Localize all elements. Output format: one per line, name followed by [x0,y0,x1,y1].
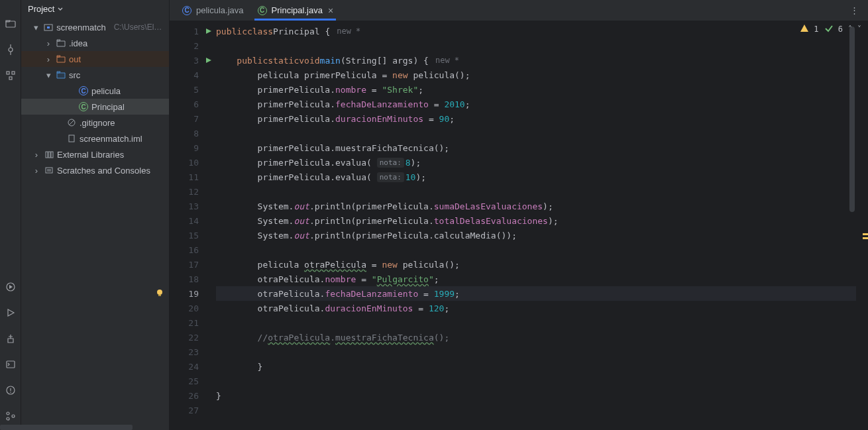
line-number[interactable]: 26 [170,388,211,403]
svg-rect-31 [158,295,161,296]
line-number[interactable]: 6 [170,97,211,111]
line-number[interactable]: 20 [170,301,211,315]
left-tool-rail [0,0,21,430]
tree-label: .idea [69,38,87,48]
run-icon[interactable] [5,282,16,294]
svg-rect-5 [12,72,15,74]
editor-area[interactable]: 1 6 ˄ ˅ 1 2 3 4 5 6 7 8 9 10 11 12 13 14… [170,21,868,430]
project-header[interactable]: Project [21,0,169,18]
structure-icon[interactable] [5,70,16,83]
tree-item-pelicula[interactable]: › C pelicula [21,83,169,99]
tree-item-extlibs[interactable]: › External Libraries [21,146,169,162]
line-number[interactable]: 14 [170,213,211,228]
line-number[interactable]: 4 [170,68,211,82]
chevron-down-icon [57,6,64,13]
intention-bulb-icon[interactable] [155,288,164,299]
commit-icon[interactable] [5,44,16,57]
chevron-down-icon[interactable]: ˅ [857,25,861,34]
tree-item-idea[interactable]: › .idea [21,35,169,51]
line-number[interactable]: 13 [170,199,211,213]
folder-icon [56,38,66,48]
tab-menu-button[interactable]: ⋮ [841,0,868,21]
warning-marker[interactable] [863,233,868,235]
scrollbar-vertical[interactable] [849,27,855,212]
scratch-icon [44,165,54,176]
svg-point-15 [7,417,9,420]
svg-point-16 [12,415,15,417]
class-main-icon: C [78,101,89,112]
tab-principal[interactable]: C Principal.java × [250,0,341,21]
class-icon: C [78,85,89,96]
ok-indicator[interactable]: 6 [824,24,843,34]
tree-label: External Libraries [57,150,124,160]
scrollbar-horizontal[interactable] [0,425,133,430]
line-number[interactable]: 21 [170,315,211,330]
warning-indicator[interactable]: 1 [800,24,818,34]
error-stripe[interactable] [856,21,868,430]
ignore-icon [66,117,77,128]
tree-item-iml[interactable]: › screenmatch.iml [21,131,169,146]
chevron-down-icon: ▾ [44,70,53,80]
tab-pelicula[interactable]: C pelicula.java [175,0,250,21]
line-number[interactable]: 3 [170,53,211,68]
tree-item-gitignore[interactable]: › .gitignore [21,115,169,131]
line-number[interactable]: 2 [170,38,211,53]
svg-point-30 [157,290,162,295]
line-number[interactable]: 25 [170,374,211,388]
terminal-icon[interactable] [5,359,16,372]
line-number[interactable]: 11 [170,170,211,184]
problems-icon[interactable] [5,385,16,398]
line-number[interactable]: 12 [170,184,211,199]
tree-item-scratches[interactable]: › Scratches and Consoles [21,162,169,178]
line-number[interactable]: 24 [170,359,211,374]
line-number[interactable]: 19 [170,286,211,301]
line-number[interactable]: 15 [170,228,211,242]
tree-label: out [69,54,81,64]
vcs-icon[interactable] [5,411,16,423]
svg-rect-10 [7,361,15,368]
tree-label: Principal [91,102,125,112]
play-icon[interactable] [5,307,16,320]
class-icon: C [182,5,192,16]
line-number[interactable]: 5 [170,82,211,97]
file-icon [66,133,77,144]
svg-rect-18 [47,27,50,28]
build-icon[interactable] [5,333,16,346]
tree-label: screenmatch.iml [80,134,142,144]
tree-label: src [69,70,80,80]
chevron-up-icon[interactable]: ˄ [848,25,852,34]
library-icon [44,149,54,160]
line-number[interactable]: 7 [170,111,211,126]
code-content[interactable]: public class Principal {new * public sta… [211,21,856,430]
folder-icon[interactable] [5,19,16,31]
folder-src-icon [56,70,66,80]
inspections-widget[interactable]: 1 6 ˄ ˅ [800,24,861,34]
folder-icon [56,54,66,64]
line-number[interactable]: 17 [170,257,211,272]
svg-rect-24 [51,152,53,158]
tree-item-src[interactable]: ▾ src [21,67,169,83]
tree-item-out[interactable]: › out [21,51,169,67]
line-number[interactable]: 27 [170,403,211,417]
svg-marker-8 [9,285,13,289]
chevron-right-icon: › [44,38,53,48]
project-sidebar: Project ▾ screenmatch C:\Users\Elena › .… [21,0,170,430]
class-main-icon: C [257,5,268,16]
warning-marker[interactable] [863,237,868,239]
chevron-down-icon: ▾ [31,23,40,32]
tree-item-principal[interactable]: › C Principal [21,99,169,115]
line-number[interactable]: 23 [170,345,211,359]
line-number[interactable]: 18 [170,272,211,286]
line-number[interactable]: 10 [170,155,211,170]
tree-root[interactable]: ▾ screenmatch C:\Users\Elena [21,19,169,35]
tab-label: pelicula.java [196,5,244,15]
line-number[interactable]: 22 [170,330,211,345]
close-icon[interactable]: × [328,5,333,16]
tree-label: screenmatch [56,23,105,32]
svg-rect-4 [7,72,9,74]
line-number[interactable]: 1 [170,24,211,38]
line-number[interactable]: 16 [170,242,211,257]
line-number[interactable]: 8 [170,126,211,140]
svg-point-1 [9,48,13,52]
line-number[interactable]: 9 [170,140,211,155]
